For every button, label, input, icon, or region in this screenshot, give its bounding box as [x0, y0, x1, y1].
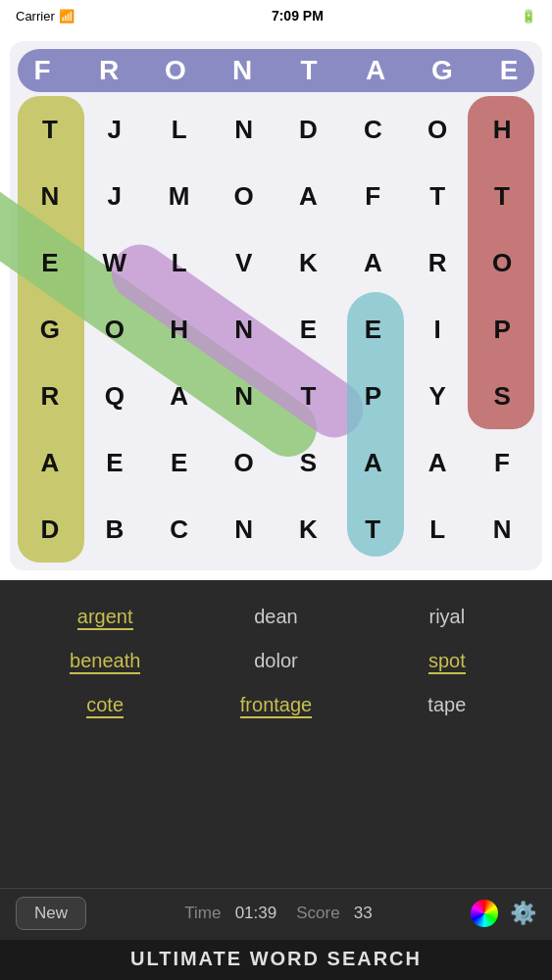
word-cote[interactable]: cote	[20, 684, 190, 728]
word-dean[interactable]: dean	[190, 596, 361, 640]
cell-2-6[interactable]: R	[405, 229, 470, 296]
word-dolor[interactable]: dolor	[190, 640, 361, 684]
cell-1-5[interactable]: F	[340, 163, 405, 229]
word-list-grid: argent dean riyal beneath dolor spot cot…	[20, 596, 532, 728]
top-word-letters: F R O N T A G E	[10, 55, 543, 86]
time-label: Time 01:39	[184, 904, 276, 923]
top-word-highlight: F R O N T A G E	[18, 49, 534, 92]
cell-1-6[interactable]: T	[405, 163, 470, 229]
word-riyal[interactable]: riyal	[362, 596, 532, 640]
top-letter-2: O	[143, 55, 210, 86]
cell-6-2[interactable]: C	[147, 496, 212, 563]
score-area: Score 33	[296, 904, 373, 923]
cell-2-2[interactable]: L	[147, 229, 212, 296]
cell-0-5[interactable]: C	[340, 96, 405, 163]
cell-2-5[interactable]: A	[340, 229, 405, 296]
cell-6-1[interactable]: B	[82, 496, 147, 563]
app-title: ULTIMATE WORD SEARCH	[130, 948, 422, 969]
cell-4-2[interactable]: A	[147, 363, 212, 429]
cell-0-2[interactable]: L	[147, 96, 212, 163]
grid-row-3: G O H N E E I P	[18, 296, 534, 363]
cell-2-1[interactable]: W	[82, 229, 147, 296]
cell-5-4[interactable]: S	[276, 429, 341, 496]
score-value: 33	[354, 904, 373, 922]
cell-4-3[interactable]: N	[212, 363, 276, 429]
wifi-icon: 📶	[59, 9, 75, 24]
grid-row-5: A E E O S A A F	[18, 429, 534, 496]
cell-1-4[interactable]: A	[276, 163, 341, 229]
cell-1-7[interactable]: T	[470, 163, 534, 229]
top-letter-3: N	[210, 55, 276, 86]
cell-3-0[interactable]: G	[18, 296, 82, 363]
color-wheel-icon[interactable]	[471, 900, 498, 927]
word-frontage[interactable]: frontage	[190, 684, 361, 728]
cell-0-0[interactable]: T	[18, 96, 82, 163]
new-button[interactable]: New	[16, 897, 86, 930]
cell-6-4[interactable]: K	[276, 496, 341, 563]
word-beneath[interactable]: beneath	[20, 640, 190, 684]
cell-5-1[interactable]: E	[82, 429, 147, 496]
word-search-grid[interactable]: F R O N T A G E T J L N	[10, 41, 542, 570]
cell-5-2[interactable]: E	[147, 429, 212, 496]
cell-4-1[interactable]: Q	[82, 363, 147, 429]
cell-4-5[interactable]: P	[340, 363, 405, 429]
grid-rows: T J L N D C O H N J M O A F T T	[18, 96, 534, 563]
cell-4-4[interactable]: T	[276, 363, 341, 429]
top-letter-7: E	[477, 55, 543, 86]
cell-6-5[interactable]: T	[340, 496, 405, 563]
cell-3-1[interactable]: O	[82, 296, 147, 363]
cell-2-7[interactable]: O	[470, 229, 534, 296]
cell-4-7[interactable]: S	[470, 363, 534, 429]
cell-5-0[interactable]: A	[18, 429, 82, 496]
top-letter-6: G	[410, 55, 477, 86]
toolbar-icons: ⚙️	[471, 900, 536, 927]
grid-row-1: N J M O A F T T	[18, 163, 534, 229]
cell-0-6[interactable]: O	[405, 96, 470, 163]
cell-6-7[interactable]: N	[470, 496, 534, 563]
battery-icon: 🔋	[521, 9, 536, 24]
cell-1-0[interactable]: N	[18, 163, 82, 229]
cell-6-3[interactable]: N	[212, 496, 276, 563]
cell-0-4[interactable]: D	[276, 96, 341, 163]
grid-row-6: D B C N K T L N	[18, 496, 534, 563]
cell-5-6[interactable]: A	[405, 429, 470, 496]
status-bar: Carrier 📶 7:09 PM 🔋	[0, 0, 552, 31]
cell-0-3[interactable]: N	[212, 96, 276, 163]
app-title-bar: ULTIMATE WORD SEARCH	[0, 940, 552, 980]
cell-2-0[interactable]: E	[18, 229, 82, 296]
timer-score-area: Time 01:39 Score 33	[184, 904, 372, 923]
cell-2-3[interactable]: V	[212, 229, 276, 296]
cell-3-4[interactable]: E	[276, 296, 341, 363]
cell-1-3[interactable]: O	[212, 163, 276, 229]
cell-1-1[interactable]: J	[82, 163, 147, 229]
bottom-toolbar: New Time 01:39 Score 33 ⚙️	[0, 888, 552, 940]
cell-1-2[interactable]: M	[147, 163, 212, 229]
game-wrapper: F R O N T A G E T J L N	[0, 31, 552, 940]
cell-3-5[interactable]: E	[340, 296, 405, 363]
cell-5-3[interactable]: O	[212, 429, 276, 496]
grid-row-2: E W L V K A R O	[18, 229, 534, 296]
top-letter-5: A	[343, 55, 410, 86]
cell-3-2[interactable]: H	[147, 296, 212, 363]
gear-icon[interactable]: ⚙️	[510, 901, 536, 926]
cell-0-7[interactable]: H	[470, 96, 534, 163]
cell-0-1[interactable]: J	[82, 96, 147, 163]
top-letter-0: F	[10, 55, 76, 86]
cell-4-0[interactable]: R	[18, 363, 82, 429]
cell-3-7[interactable]: P	[470, 296, 534, 363]
cell-3-3[interactable]: N	[212, 296, 276, 363]
word-spot[interactable]: spot	[362, 640, 532, 684]
cell-6-0[interactable]: D	[18, 496, 82, 563]
cell-5-5[interactable]: A	[340, 429, 405, 496]
cell-4-6[interactable]: Y	[405, 363, 470, 429]
top-letter-4: T	[276, 55, 343, 86]
cell-5-7[interactable]: F	[470, 429, 534, 496]
cell-3-6[interactable]: I	[405, 296, 470, 363]
time-label: 7:09 PM	[272, 8, 324, 24]
cell-2-4[interactable]: K	[276, 229, 341, 296]
word-argent[interactable]: argent	[20, 596, 190, 640]
word-tape[interactable]: tape	[362, 684, 532, 728]
top-letter-1: R	[76, 55, 143, 86]
word-list-section: argent dean riyal beneath dolor spot cot…	[0, 580, 552, 888]
cell-6-6[interactable]: L	[405, 496, 470, 563]
